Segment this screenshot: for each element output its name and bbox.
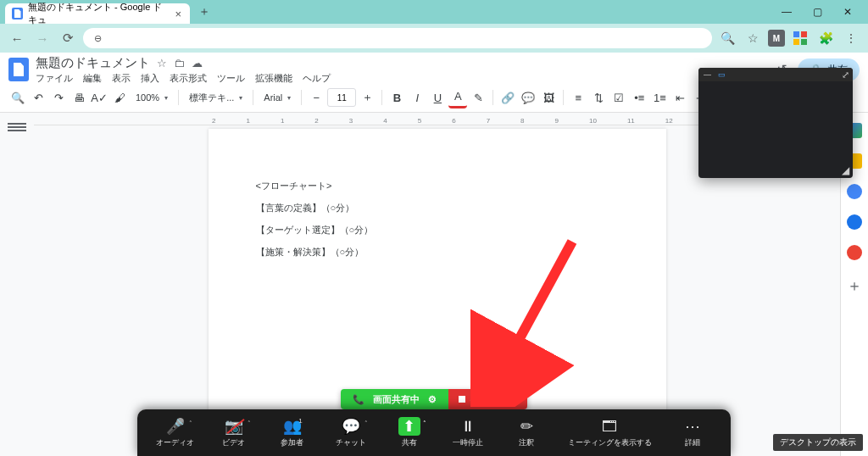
move-icon[interactable]: 🗀 — [174, 57, 185, 70]
font-size-minus[interactable]: − — [307, 88, 326, 107]
font-size-plus[interactable]: ＋ — [358, 88, 376, 107]
tab-close-icon[interactable]: × — [175, 8, 181, 20]
redo-icon[interactable]: ↷ — [49, 88, 68, 107]
contacts-icon[interactable] — [847, 214, 862, 230]
browser-tab[interactable]: 無題のドキュメント - Google ドキュ × — [5, 3, 190, 24]
reload-button[interactable]: ⟳ — [58, 28, 78, 48]
link-icon[interactable]: 🔗 — [498, 88, 517, 107]
outline-panel — [0, 113, 34, 456]
zoom-show-meeting-button[interactable]: 🗔 ミーティングを表示する — [563, 417, 656, 448]
maps-icon[interactable] — [847, 245, 862, 260]
menu-format[interactable]: 表示形式 — [170, 72, 207, 85]
checklist-icon[interactable]: ☑ — [609, 88, 628, 107]
site-info-icon[interactable]: ⊖ — [92, 32, 103, 44]
window-close-button[interactable]: ✕ — [832, 2, 863, 22]
line-spacing-icon[interactable]: ⇅ — [589, 88, 608, 107]
menu-tools[interactable]: ツール — [217, 72, 245, 85]
stop-share-button[interactable]: 共有の停止 — [448, 389, 527, 409]
pip-titlebar[interactable]: — ▭ — [698, 68, 853, 81]
extensions-puzzle-icon[interactable]: 🧩 — [815, 28, 836, 48]
pip-minimize-icon[interactable]: — — [704, 70, 711, 79]
zoom-annotate-label: 注釈 — [519, 437, 534, 448]
font-select[interactable]: Arial — [259, 88, 296, 107]
zoom-select[interactable]: 100% — [131, 88, 173, 107]
zoom-chat-label: チャット — [336, 437, 366, 448]
zoom-more-button[interactable]: ⋯ 詳細 — [670, 417, 715, 448]
chevron-up-icon[interactable]: ˄ — [423, 420, 426, 427]
styles-select[interactable]: 標準テキ... — [184, 88, 248, 107]
mic-icon: 🎤 — [166, 417, 185, 436]
docs-menubar: ファイル 編集 表示 挿入 表示形式 ツール 拡張機能 ヘルプ — [36, 72, 331, 85]
camera-icon: 📷 — [225, 417, 243, 436]
chevron-up-icon[interactable]: ˄ — [364, 420, 368, 427]
font-size-input[interactable] — [327, 88, 356, 107]
chevron-up-icon[interactable]: ˄ — [189, 420, 192, 427]
sharing-indicator[interactable]: 📞 画面共有中 ⚙ — [341, 389, 448, 409]
extension-google-icon[interactable] — [790, 28, 810, 48]
numbered-list-icon[interactable]: 1≡ — [650, 88, 669, 107]
get-addons-icon[interactable]: ＋ — [847, 275, 862, 296]
more-icon: ⋯ — [685, 417, 700, 436]
new-tab-button[interactable]: ＋ — [197, 4, 212, 19]
menu-edit[interactable]: 編集 — [83, 72, 102, 85]
chevron-up-icon[interactable]: ˄ — [248, 420, 251, 427]
svg-rect-0 — [793, 31, 799, 37]
browser-menu-icon[interactable]: ⋮ — [841, 28, 861, 48]
menu-view[interactable]: 表示 — [112, 72, 131, 85]
zoom-chat-button[interactable]: 💬 ˄ チャット — [329, 417, 373, 448]
undo-icon[interactable]: ↶ — [29, 88, 47, 107]
url-bar[interactable]: ⊖ — [83, 28, 712, 48]
menu-file[interactable]: ファイル — [36, 72, 73, 85]
search-menus-icon[interactable]: 🔍 — [8, 88, 27, 107]
zoom-annotate-button[interactable]: ✏ 注釈 — [504, 417, 548, 448]
forward-button[interactable]: → — [32, 28, 53, 48]
align-icon[interactable]: ≡ — [569, 88, 587, 107]
outline-toggle-icon[interactable] — [8, 123, 26, 136]
back-button[interactable]: ← — [7, 28, 27, 48]
menu-extensions[interactable]: 拡張機能 — [255, 72, 292, 85]
extension-m-icon[interactable]: M — [768, 30, 785, 47]
pip-maximize-icon[interactable]: ▭ — [718, 70, 726, 79]
underline-icon[interactable]: U — [428, 88, 447, 107]
bold-icon[interactable]: B — [387, 88, 406, 107]
document-title[interactable]: 無題のドキュメント — [36, 55, 150, 71]
menu-insert[interactable]: 挿入 — [141, 72, 159, 85]
bookmark-star-icon[interactable]: ☆ — [743, 28, 763, 48]
document-line[interactable]: 【施策・解決策】（○分） — [256, 242, 619, 261]
zoom-level-icon[interactable]: 🔍 — [717, 28, 737, 48]
zoom-toolbar: 🎤 ˄ オーディオ 📷 ˄ ビデオ 👥 1 参加者 💬 ˄ チャット ⬆ ˄ 共… — [137, 409, 731, 456]
zoom-video-button[interactable]: 📷 ˄ ビデオ — [212, 417, 256, 448]
window-maximize-button[interactable]: ▢ — [802, 2, 832, 22]
comment-icon[interactable]: 💬 — [519, 88, 537, 107]
window-minimize-button[interactable]: — — [771, 2, 802, 22]
zoom-participants-button[interactable]: 👥 1 参加者 — [270, 417, 314, 448]
highlight-icon[interactable]: ✎ — [469, 88, 487, 107]
indent-decrease-icon[interactable]: ⇤ — [670, 88, 689, 107]
text-color-icon[interactable]: A — [448, 87, 467, 108]
bulleted-list-icon[interactable]: •≡ — [630, 88, 648, 107]
print-icon[interactable]: 🖶 — [70, 88, 88, 107]
tasks-icon[interactable] — [847, 184, 862, 199]
star-icon[interactable]: ☆ — [157, 57, 167, 70]
document-line[interactable]: <フローチャート> — [256, 176, 619, 195]
phone-icon: 📞 — [353, 394, 364, 405]
spellcheck-icon[interactable]: A✓ — [90, 88, 108, 107]
image-icon[interactable]: 🖼 — [539, 88, 558, 107]
docs-logo-icon[interactable] — [8, 58, 29, 81]
pip-expand-icon[interactable]: ⤢ — [842, 70, 849, 81]
zoom-participants-label: 参加者 — [281, 437, 303, 448]
pip-window[interactable]: — ▭ ⤢ ◢ — [698, 68, 853, 178]
zoom-audio-button[interactable]: 🎤 ˄ オーディオ — [153, 417, 198, 448]
zoom-pause-button[interactable]: ⏸ 一時停止 — [446, 417, 490, 448]
italic-icon[interactable]: I — [408, 88, 426, 107]
document-line[interactable]: 【言葉の定義】（○分） — [256, 198, 619, 217]
menu-help[interactable]: ヘルプ — [303, 72, 331, 85]
pip-resize-handle-icon[interactable]: ◢ — [842, 164, 849, 176]
zoom-more-label: 詳細 — [685, 437, 700, 448]
document-line[interactable]: 【ターゲット選定】（○分） — [256, 220, 619, 239]
paint-format-icon[interactable]: 🖌 — [110, 88, 129, 107]
cloud-status-icon[interactable]: ☁ — [192, 57, 203, 70]
zoom-share-label: 共有 — [402, 437, 417, 448]
zoom-share-button[interactable]: ⬆ ˄ 共有 — [387, 417, 431, 448]
taskbar-tooltip: デスクトップの表示 — [773, 434, 863, 451]
